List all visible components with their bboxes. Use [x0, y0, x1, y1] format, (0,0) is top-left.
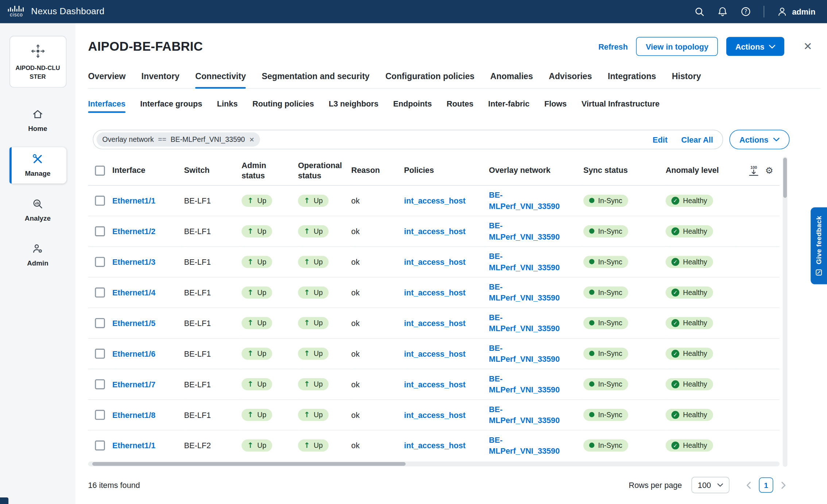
- vertical-scrollbar[interactable]: [783, 157, 787, 467]
- sidebar-item-home[interactable]: Home: [9, 102, 66, 139]
- sync-status-badge: In-Sync: [583, 347, 628, 359]
- sidebar-item-admin[interactable]: Admin: [9, 237, 66, 274]
- tab-segmentation-and-security[interactable]: Segmentation and security: [262, 72, 370, 88]
- tab-advisories[interactable]: Advisories: [549, 72, 592, 88]
- tab-configuration-policies[interactable]: Configuration policies: [385, 72, 474, 88]
- analyze-icon: [32, 198, 44, 210]
- notifications-bell-icon[interactable]: [717, 6, 728, 17]
- interface-link[interactable]: Ethernet1/4: [112, 288, 155, 297]
- policy-link[interactable]: int_access_host: [404, 380, 466, 389]
- sidebar-item-analyze[interactable]: Analyze: [9, 192, 66, 229]
- subtab-l3-neighbors[interactable]: L3 neighbors: [329, 99, 378, 113]
- overlay-network-link[interactable]: BE-MLPerf_VNI_33590: [489, 404, 568, 426]
- tab-inventory[interactable]: Inventory: [141, 72, 179, 88]
- interface-link[interactable]: Ethernet1/1: [112, 196, 155, 205]
- subtab-virtual-infrastructure[interactable]: Virtual Infrastructure: [582, 99, 660, 113]
- overlay-network-link[interactable]: BE-MLPerf_VNI_33590: [489, 220, 568, 242]
- sidebar-item-manage[interactable]: Manage: [9, 147, 66, 184]
- overlay-network-link[interactable]: BE-MLPerf_VNI_33590: [489, 342, 568, 365]
- sync-status-text: In-Sync: [598, 441, 622, 449]
- interface-link[interactable]: Ethernet1/5: [112, 318, 155, 327]
- next-page-button[interactable]: [781, 481, 786, 489]
- policy-link[interactable]: int_access_host: [404, 349, 466, 358]
- subtab-inter-fabric[interactable]: Inter-fabric: [488, 99, 529, 113]
- policy-link[interactable]: int_access_host: [404, 226, 466, 236]
- previous-page-button[interactable]: [746, 481, 751, 489]
- sync-status-text: In-Sync: [598, 319, 622, 327]
- interface-link[interactable]: Ethernet1/1: [112, 441, 155, 450]
- row-checkbox[interactable]: [95, 318, 105, 327]
- select-all-checkbox[interactable]: [95, 166, 105, 176]
- row-checkbox[interactable]: [95, 440, 105, 450]
- tab-connectivity[interactable]: Connectivity: [195, 72, 246, 88]
- cluster-name: AIPOD-ND-CLUSTER: [15, 64, 60, 81]
- subtab-routes[interactable]: Routes: [447, 99, 474, 113]
- overlay-network-link[interactable]: BE-MLPerf_VNI_33590: [489, 281, 568, 303]
- up-arrow-icon: ↑: [247, 442, 253, 449]
- policy-link[interactable]: int_access_host: [404, 288, 466, 297]
- filter-chip-close-icon[interactable]: ✕: [249, 136, 255, 143]
- horizontal-scrollbar[interactable]: [88, 462, 780, 466]
- close-icon[interactable]: ✕: [803, 41, 812, 52]
- cluster-card[interactable]: AIPOD-ND-CLUSTER: [9, 36, 66, 88]
- row-checkbox[interactable]: [95, 226, 105, 236]
- bottom-left-artifact: [0, 497, 8, 504]
- interface-link[interactable]: Ethernet1/3: [112, 257, 155, 266]
- actions-button[interactable]: Actions: [726, 37, 784, 56]
- row-checkbox[interactable]: [95, 410, 105, 419]
- filter-chip-value: BE-MLPerf_VNI_33590: [171, 136, 245, 144]
- subtab-endpoints[interactable]: Endpoints: [393, 99, 432, 113]
- tab-anomalies[interactable]: Anomalies: [490, 72, 533, 88]
- search-icon[interactable]: [694, 6, 704, 17]
- interface-link[interactable]: Ethernet1/8: [112, 410, 155, 419]
- subtab-interface-groups[interactable]: Interface groups: [140, 99, 202, 113]
- in-sync-dot-icon: [589, 412, 594, 417]
- download-table-icon[interactable]: 100: [747, 165, 760, 177]
- anomaly-level-badge: ✓Healthy: [665, 256, 713, 268]
- row-checkbox[interactable]: [95, 348, 105, 358]
- anomaly-level-text: Healthy: [683, 441, 707, 449]
- help-icon[interactable]: ?: [741, 6, 751, 17]
- username: admin: [792, 7, 815, 16]
- user-menu[interactable]: admin: [777, 6, 815, 17]
- overlay-network-link[interactable]: BE-MLPerf_VNI_33590: [489, 251, 568, 273]
- column-settings-gear-icon[interactable]: ⚙: [765, 166, 773, 175]
- reason-text: ok: [351, 441, 360, 450]
- vertical-scrollbar-thumb[interactable]: [783, 158, 787, 198]
- interface-link[interactable]: Ethernet1/6: [112, 349, 155, 358]
- filter-chip[interactable]: Overlay network == BE-MLPerf_VNI_33590 ✕: [97, 132, 260, 147]
- interface-link[interactable]: Ethernet1/2: [112, 226, 155, 236]
- policy-link[interactable]: int_access_host: [404, 257, 466, 266]
- tab-history[interactable]: History: [672, 72, 701, 88]
- up-arrow-icon: ↑: [247, 227, 253, 234]
- row-checkbox[interactable]: [95, 257, 105, 267]
- overlay-network-link[interactable]: BE-MLPerf_VNI_33590: [489, 312, 568, 334]
- filter-bar[interactable]: Overlay network == BE-MLPerf_VNI_33590 ✕…: [93, 130, 723, 150]
- rows-per-page-select[interactable]: 100: [691, 477, 729, 493]
- subtab-links[interactable]: Links: [217, 99, 238, 113]
- interface-link[interactable]: Ethernet1/7: [112, 380, 155, 389]
- policy-link[interactable]: int_access_host: [404, 410, 466, 419]
- row-checkbox[interactable]: [95, 287, 105, 297]
- subtab-flows[interactable]: Flows: [544, 99, 567, 113]
- horizontal-scrollbar-thumb[interactable]: [92, 462, 405, 466]
- row-checkbox[interactable]: [95, 195, 105, 205]
- overlay-network-link[interactable]: BE-MLPerf_VNI_33590: [489, 189, 568, 212]
- current-page-button[interactable]: 1: [759, 477, 773, 493]
- tab-overview[interactable]: Overview: [88, 72, 126, 88]
- policy-link[interactable]: int_access_host: [404, 196, 466, 205]
- subtab-interfaces[interactable]: Interfaces: [88, 99, 126, 113]
- tab-integrations[interactable]: Integrations: [608, 72, 656, 88]
- edit-filter-link[interactable]: Edit: [653, 135, 668, 144]
- subtab-routing-policies[interactable]: Routing policies: [252, 99, 314, 113]
- refresh-link[interactable]: Refresh: [598, 42, 628, 51]
- filter-actions-button[interactable]: Actions: [729, 130, 789, 150]
- row-checkbox[interactable]: [95, 379, 105, 389]
- clear-all-filter-link[interactable]: Clear All: [681, 135, 713, 144]
- view-in-topology-button[interactable]: View in topology: [636, 37, 718, 56]
- policy-link[interactable]: int_access_host: [404, 441, 466, 450]
- policy-link[interactable]: int_access_host: [404, 318, 466, 327]
- overlay-network-link[interactable]: BE-MLPerf_VNI_33590: [489, 434, 568, 457]
- overlay-network-link[interactable]: BE-MLPerf_VNI_33590: [489, 373, 568, 395]
- give-feedback-button[interactable]: Give feedback: [811, 207, 827, 284]
